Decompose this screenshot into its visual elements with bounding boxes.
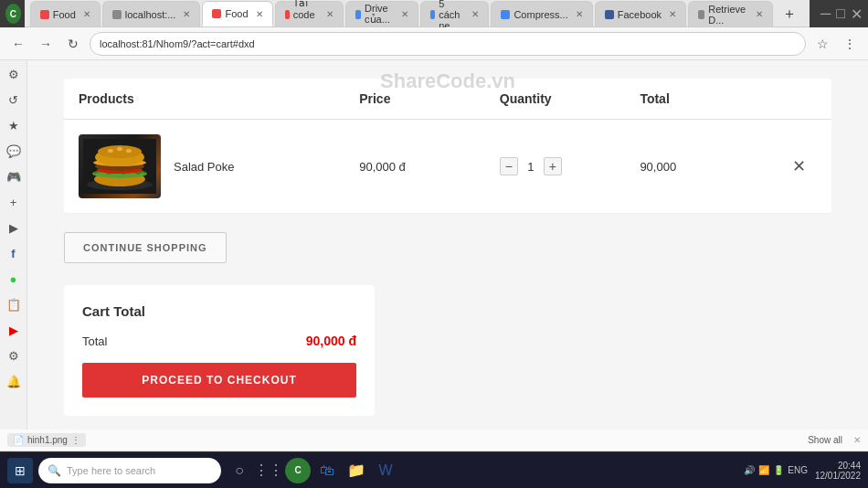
left-sidebar: ⚙ ↺ ★ 💬 🎮 + ▶ f ● 📋 ▶ ⚙ 🔔 — [0, 60, 27, 430]
continue-shopping-button[interactable]: CONTINUE SHOPPING — [64, 232, 227, 263]
total-cell: 90,000 — [640, 160, 780, 174]
remove-item-button[interactable]: ✕ — [780, 156, 817, 176]
tab-5cach[interactable]: 5 cách ne... ✕ — [420, 1, 489, 27]
tab-food-active[interactable]: Food ✕ — [202, 1, 272, 27]
sidebar-line-icon[interactable]: ● — [4, 269, 24, 289]
sidebar-bell-icon[interactable]: 🔔 — [4, 371, 24, 391]
browser-frame: C Food ✕ localhost:... ✕ Food ✕ Tải code… — [0, 0, 868, 488]
taskbar-apps-icon[interactable]: ⋮⋮ — [256, 458, 281, 483]
maximize-btn[interactable]: □ — [836, 5, 845, 23]
settings-button[interactable]: ⋮ — [839, 33, 861, 55]
svg-point-10 — [117, 147, 122, 151]
cart-table: Products Price Quantity Total — [64, 79, 831, 214]
network-icon[interactable]: 📶 — [758, 465, 769, 475]
taskbar-search-box[interactable]: 🔍 Type here to search — [38, 458, 221, 483]
sidebar-settings-icon[interactable]: ⚙ — [4, 64, 24, 84]
tab-tai-code[interactable]: Tải code ... ✕ — [275, 1, 344, 27]
product-image — [79, 134, 161, 198]
notification-close-icon[interactable]: ✕ — [853, 435, 861, 445]
tab-close-icon[interactable]: ✕ — [326, 9, 333, 19]
taskbar-word-icon[interactable]: W — [373, 458, 398, 483]
sidebar-facebook-icon[interactable]: f — [4, 243, 24, 263]
header-quantity: Quantity — [500, 91, 640, 106]
speaker-icon[interactable]: 🔊 — [744, 465, 755, 475]
clock-time: 20:44 — [838, 461, 861, 471]
total-row: Total 90,000 đ — [82, 334, 356, 348]
tab-label: Retrieve D... — [708, 4, 748, 26]
tab-close-icon[interactable]: ✕ — [669, 9, 676, 19]
show-all-link[interactable]: Show all — [808, 435, 842, 445]
tab-localhost[interactable]: localhost:... ✕ — [102, 1, 201, 27]
taskbar-explorer-icon[interactable]: 📁 — [344, 458, 369, 483]
more-options-icon[interactable]: ⋮ — [71, 435, 80, 445]
tab-retrieve[interactable]: Retrieve D... ✕ — [688, 1, 773, 27]
quantity-increase-button[interactable]: + — [544, 157, 562, 175]
tab-close-icon[interactable]: ✕ — [576, 9, 583, 19]
refresh-button[interactable]: ↻ — [62, 33, 84, 55]
start-button[interactable]: ⊞ — [7, 458, 33, 483]
tab-close-icon[interactable]: ✕ — [756, 9, 763, 19]
tab-label: Compress... — [513, 9, 567, 20]
minimize-btn[interactable]: ─ — [820, 5, 831, 23]
sidebar-clipboard-icon[interactable]: 📋 — [4, 294, 24, 314]
back-button[interactable]: ← — [7, 33, 29, 55]
tab-close-icon[interactable]: ✕ — [183, 9, 190, 19]
taskbar-browser-icon[interactable]: C — [285, 458, 311, 483]
sidebar-gear-icon[interactable]: ⚙ — [4, 345, 24, 366]
tab-favicon — [112, 10, 122, 19]
tab-close-icon[interactable]: ✕ — [83, 9, 90, 19]
taskbar-store-icon[interactable]: 🛍 — [314, 458, 340, 483]
sidebar-game-icon[interactable]: 🎮 — [4, 166, 24, 186]
tab-food-1[interactable]: Food ✕ — [30, 1, 101, 27]
tab-close-icon[interactable]: ✕ — [256, 9, 263, 19]
browser-content: ⚙ ↺ ★ 💬 🎮 + ▶ f ● 📋 ▶ ⚙ 🔔 ShareCode.vn P… — [0, 60, 868, 430]
lang-icon[interactable]: ENG — [788, 465, 808, 475]
tab-compress[interactable]: Compress... ✕ — [491, 1, 592, 27]
sidebar-youtube-icon[interactable]: ▶ — [4, 320, 24, 340]
svg-point-11 — [126, 149, 132, 153]
sidebar-history-icon[interactable]: ↺ — [4, 90, 24, 110]
clock: 20:44 12/01/2022 — [815, 461, 861, 481]
file-icon: 📄 — [13, 435, 24, 445]
table-row: Salad Poke 90,000 đ − 1 + 90,000 ✕ — [64, 120, 831, 214]
tab-label: Facebook — [618, 9, 662, 20]
address-bar[interactable]: localhost:81/Nhom9/?act=cart#dxd — [90, 32, 806, 56]
taskbar: ⊞ 🔍 Type here to search ○ ⋮⋮ C 🛍 📁 W 🔊 📶… — [0, 451, 868, 488]
burger-svg — [83, 139, 156, 194]
taskbar-cortana-icon[interactable]: ○ — [227, 458, 252, 483]
tab-label: 5 cách ne... — [439, 0, 464, 31]
tab-favicon — [212, 9, 221, 18]
new-tab-btn[interactable]: ＋ — [775, 1, 804, 27]
tab-label: Food — [53, 9, 76, 20]
tab-drive[interactable]: Drive của... ✕ — [345, 1, 418, 27]
tab-label: Food — [225, 8, 248, 19]
file-name: hinh1.png — [27, 435, 68, 445]
sidebar-star-icon[interactable]: ★ — [4, 115, 24, 135]
tab-facebook[interactable]: Facebook ✕ — [595, 1, 686, 27]
forward-button[interactable]: → — [35, 33, 57, 55]
system-tray-icons: 🔊 📶 🔋 ENG — [744, 465, 808, 475]
tab-favicon — [430, 10, 435, 19]
quantity-decrease-button[interactable]: − — [500, 157, 518, 175]
tab-close-icon[interactable]: ✕ — [471, 9, 479, 19]
sidebar-chat-icon[interactable]: 💬 — [4, 141, 24, 161]
tab-label: Tải code ... — [293, 0, 320, 31]
sidebar-add-icon[interactable]: + — [4, 192, 24, 212]
close-btn[interactable]: ✕ — [851, 5, 863, 23]
sidebar-play-icon[interactable]: ▶ — [4, 217, 24, 238]
checkout-button[interactable]: PROCEED TO CHECKOUT — [82, 363, 356, 398]
total-amount: 90,000 đ — [306, 334, 356, 348]
quantity-value: 1 — [524, 160, 538, 174]
tab-favicon — [285, 10, 290, 19]
tab-close-icon[interactable]: ✕ — [401, 9, 408, 19]
taskbar-search-icon: 🔍 — [48, 464, 61, 477]
tab-favicon — [698, 10, 704, 19]
bookmark-button[interactable]: ☆ — [811, 33, 833, 55]
window-controls: ─ □ ✕ — [820, 5, 863, 23]
toolbar: ← → ↻ localhost:81/Nhom9/?act=cart#dxd ☆… — [0, 27, 868, 60]
windows-icon: ⊞ — [15, 463, 26, 478]
taskbar-right: 🔊 📶 🔋 ENG 20:44 12/01/2022 — [744, 461, 861, 481]
battery-icon[interactable]: 🔋 — [773, 465, 784, 475]
price-cell: 90,000 đ — [359, 160, 500, 174]
download-notification: 📄 hinh1.png ⋮ — [7, 433, 86, 447]
